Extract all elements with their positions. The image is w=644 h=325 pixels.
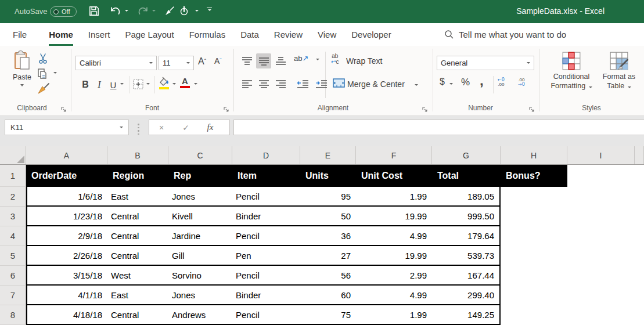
cell-A7[interactable]: 4/1/18 xyxy=(26,286,107,305)
italic-button[interactable]: I xyxy=(93,77,105,92)
customize-qat-icon[interactable] xyxy=(207,8,212,11)
format-painter-button[interactable] xyxy=(37,82,51,95)
column-header-partial[interactable] xyxy=(635,146,644,164)
tab-view[interactable]: View xyxy=(318,23,336,46)
cell-H6[interactable] xyxy=(501,266,567,286)
font-name-combo[interactable]: Calibri xyxy=(75,56,157,70)
cell-C4[interactable]: Jardine xyxy=(168,226,232,246)
column-header-D[interactable]: D xyxy=(232,146,300,164)
align-right-button[interactable] xyxy=(273,77,288,92)
row-header-2[interactable]: 2 xyxy=(0,187,26,207)
borders-dropdown-caret[interactable] xyxy=(146,83,150,85)
row-header-7[interactable]: 7 xyxy=(0,286,26,305)
alignment-dialog-launcher[interactable] xyxy=(422,104,429,111)
cell-B6[interactable]: West xyxy=(107,266,168,286)
merge-center-button[interactable]: Merge & Center xyxy=(347,80,405,89)
orientation-button[interactable]: ab↗ xyxy=(294,54,308,63)
redo-dropdown-caret[interactable] xyxy=(152,10,156,12)
fill-color-caret[interactable] xyxy=(172,83,176,85)
cell-H7[interactable] xyxy=(501,286,567,305)
center-button[interactable] xyxy=(256,77,271,92)
cell-I1[interactable] xyxy=(567,165,635,187)
cell-G6[interactable]: 167.44 xyxy=(432,266,501,286)
header-cell-F1[interactable]: Unit Cost xyxy=(356,165,432,187)
header-cell-E1[interactable]: Units xyxy=(300,165,356,187)
cell-E6[interactable]: 56 xyxy=(300,266,356,286)
tab-data[interactable]: Data xyxy=(240,23,259,46)
cell-G8[interactable]: 149.25 xyxy=(432,305,501,325)
cell-A6[interactable]: 3/15/18 xyxy=(26,266,107,286)
cell-C6[interactable]: Sorvino xyxy=(168,266,232,286)
tab-developer[interactable]: Developer xyxy=(351,23,391,46)
cell-C5[interactable]: Gill xyxy=(168,246,232,266)
decrease-indent-button[interactable] xyxy=(295,77,310,92)
font-color-caret[interactable] xyxy=(194,83,197,85)
top-align-button[interactable] xyxy=(239,53,254,68)
header-cell-A1[interactable]: OrderDate xyxy=(26,165,107,187)
undo-dropdown-caret[interactable] xyxy=(125,10,128,12)
cell-H5[interactable] xyxy=(501,246,567,266)
copy-button[interactable] xyxy=(37,68,48,81)
redo-icon[interactable] xyxy=(136,6,149,17)
clipboard-dialog-launcher[interactable] xyxy=(60,104,67,111)
cell-A2[interactable]: 1/6/18 xyxy=(26,187,107,207)
tab-insert[interactable]: Insert xyxy=(88,23,110,46)
increase-indent-button[interactable] xyxy=(314,77,329,92)
conditional-formatting-button[interactable]: Conditional Formatting xyxy=(545,52,598,91)
cell-C8[interactable]: Andrews xyxy=(168,305,232,325)
column-header-A[interactable]: A xyxy=(26,146,107,164)
header-cell-C1[interactable]: Rep xyxy=(168,165,232,187)
cell-D2[interactable]: Pencil xyxy=(232,187,300,207)
header-cell-B1[interactable]: Region xyxy=(107,165,168,187)
percent-style-button[interactable]: % xyxy=(461,77,470,88)
select-all-corner[interactable] xyxy=(0,146,26,164)
cell-F5[interactable]: 19.99 xyxy=(356,246,432,266)
cell-F7[interactable]: 4.99 xyxy=(356,286,432,305)
cell-A4[interactable]: 2/9/18 xyxy=(26,226,107,246)
cell-A3[interactable]: 1/23/18 xyxy=(26,207,107,226)
enter-button[interactable]: ✓ xyxy=(174,123,198,132)
row-header-1[interactable]: 1 xyxy=(0,165,26,187)
cell-E7[interactable]: 60 xyxy=(300,286,356,305)
cell-F6[interactable]: 2.99 xyxy=(356,266,432,286)
cell-A8[interactable]: 4/18/18 xyxy=(26,305,107,325)
column-header-F[interactable]: F xyxy=(356,146,432,164)
header-cell-D1[interactable]: Item xyxy=(232,165,300,187)
cell-C3[interactable]: Kivell xyxy=(168,207,232,226)
fill-color-button[interactable] xyxy=(158,77,170,89)
middle-align-button[interactable] xyxy=(256,53,271,68)
cell-F2[interactable]: 1.99 xyxy=(356,187,432,207)
cell-E4[interactable]: 36 xyxy=(300,226,356,246)
cell-E5[interactable]: 27 xyxy=(300,246,356,266)
cell-D3[interactable]: Binder xyxy=(232,207,300,226)
column-header-B[interactable]: B xyxy=(107,146,168,164)
comma-style-button[interactable]: , xyxy=(480,73,484,89)
accounting-format-caret[interactable] xyxy=(449,83,453,85)
borders-button[interactable] xyxy=(132,78,144,90)
cell-G7[interactable]: 299.40 xyxy=(432,286,501,305)
touch-mode-caret[interactable] xyxy=(195,10,199,12)
cell-A5[interactable]: 2/26/18 xyxy=(26,246,107,266)
format-painter-qat-icon[interactable] xyxy=(164,5,175,17)
merge-center-caret[interactable] xyxy=(415,84,418,86)
copy-dropdown-caret[interactable] xyxy=(53,72,57,74)
cut-button[interactable] xyxy=(37,53,49,64)
accounting-format-button[interactable]: $ xyxy=(440,77,445,87)
wrap-text-button[interactable]: Wrap Text xyxy=(346,56,383,66)
tab-review[interactable]: Review xyxy=(274,23,303,46)
cell-G5[interactable]: 539.73 xyxy=(432,246,501,266)
cell-E3[interactable]: 50 xyxy=(300,207,356,226)
cell-B8[interactable]: Central xyxy=(107,305,168,325)
formula-input[interactable] xyxy=(233,120,644,135)
row-header-6[interactable]: 6 xyxy=(0,266,26,286)
cell-C2[interactable]: Jones xyxy=(168,187,232,207)
row-header-3[interactable]: 3 xyxy=(0,207,26,226)
cell-G3[interactable]: 999.50 xyxy=(432,207,501,226)
font-size-combo[interactable]: 11 xyxy=(159,56,194,70)
font-color-button[interactable]: A xyxy=(180,77,190,88)
undo-icon[interactable] xyxy=(109,6,122,17)
underline-dropdown-caret[interactable] xyxy=(120,83,124,85)
increase-decimal-button[interactable]: ←0 .00 xyxy=(498,78,505,87)
cell-B2[interactable]: East xyxy=(107,187,168,207)
cell-E2[interactable]: 95 xyxy=(300,187,356,207)
